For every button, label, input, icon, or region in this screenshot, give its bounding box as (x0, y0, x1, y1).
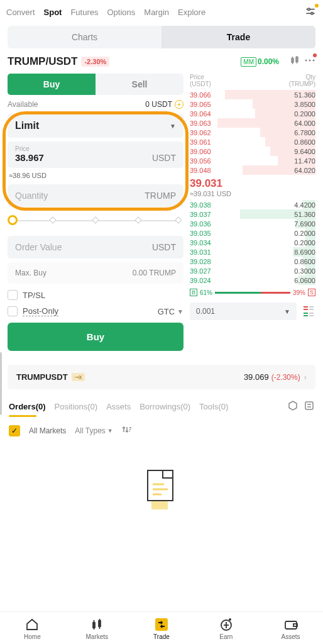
btab-positions[interactable]: Positions(0) (55, 402, 98, 411)
order-value-input[interactable]: Order Value USDT (8, 236, 183, 258)
buy-sell-toggle: Buy Sell (8, 74, 183, 95)
btab-borrowings[interactable]: Borrowings(0) (140, 402, 190, 411)
slider-knob[interactable] (8, 215, 18, 225)
nav-markets[interactable]: Markets (65, 612, 129, 644)
all-types-select[interactable]: All Types ▼ (75, 426, 112, 435)
postonly-label: Post-Only (23, 306, 58, 316)
sub-tabs: Charts Trade (8, 26, 315, 48)
topnav-convert[interactable]: Convert (6, 8, 35, 17)
nav-assets-label: Assets (282, 633, 300, 640)
ticker-symbol: TRUMPUSDT (16, 372, 68, 382)
scroll-indicator (0, 352, 2, 415)
orderbook-row[interactable]: 39.0350.2000 (190, 228, 315, 238)
candlestick-icon[interactable] (289, 55, 300, 69)
all-markets-label: All Markets (29, 426, 66, 435)
available-value: 0 USDT (145, 100, 172, 109)
btab-tools[interactable]: Tools(0) (199, 402, 228, 411)
nav-assets[interactable]: Assets (258, 612, 323, 644)
svg-rect-23 (305, 402, 313, 409)
max-buy-value: 0.00 TRUMP (133, 269, 176, 277)
more-icon[interactable] (304, 55, 315, 69)
quantity-unit: TRUMP (145, 191, 176, 201)
hex-icon[interactable] (288, 401, 298, 413)
orderbook-row[interactable]: 39.0367.6900 (190, 219, 315, 228)
ob-price-unit: (USDT) (190, 80, 211, 87)
topnav-spot[interactable]: Spot (44, 8, 62, 17)
svg-point-13 (313, 60, 315, 62)
svg-rect-15 (304, 309, 308, 310)
add-funds-icon[interactable]: + (175, 100, 183, 109)
postonly-checkbox[interactable] (8, 306, 18, 316)
ob-price-label: Price (190, 74, 211, 80)
orderbook-row[interactable]: 39.0246.0600 (190, 275, 315, 285)
orderbook-row[interactable]: 39.0626.7800 (190, 128, 315, 137)
tab-trade[interactable]: Trade (162, 26, 315, 48)
chevron-down-icon: ▼ (177, 308, 183, 315)
orderbook-row[interactable]: 39.0384.4200 (190, 200, 315, 209)
list-icon[interactable] (304, 401, 314, 413)
orderbook-row[interactable]: 39.0270.3000 (190, 266, 315, 275)
orderbook-row[interactable]: 39.06651.360 (190, 90, 315, 99)
ob-qty-label: Qty (289, 74, 315, 80)
topnav-explore[interactable]: Explore (178, 8, 205, 17)
filters-row: ✓ All Markets All Types ▼ (0, 417, 323, 444)
bottom-tabs: Orders(0) Positions(0) Assets Borrowings… (0, 394, 323, 415)
orderbook-row[interactable]: 39.0640.2000 (190, 109, 315, 118)
settings-icon[interactable] (304, 5, 317, 19)
orderbook-row[interactable]: 39.0318.6900 (190, 247, 315, 257)
topnav-margin[interactable]: Margin (144, 8, 169, 17)
btab-assets[interactable]: Assets (106, 402, 131, 411)
svg-rect-16 (304, 313, 308, 314)
nav-trade[interactable]: Trade (129, 612, 194, 644)
nav-earn[interactable]: Earn (194, 612, 258, 644)
buy-toggle[interactable]: Buy (8, 74, 96, 95)
orderbook-view-icon[interactable] (302, 304, 315, 318)
orderbook-row[interactable]: 39.0610.8600 (190, 137, 315, 147)
price-value: 38.967 (15, 152, 44, 163)
sell-ratio-badge: S (308, 289, 315, 296)
topnav-futures[interactable]: Futures (70, 8, 98, 17)
sort-icon[interactable] (122, 425, 132, 436)
svg-marker-22 (289, 401, 297, 410)
tpsl-checkbox[interactable] (8, 290, 18, 300)
quantity-input[interactable]: Quantity TRUMP (8, 184, 183, 207)
orderbook-row[interactable]: 39.0653.8500 (190, 99, 315, 109)
btab-orders[interactable]: Orders(0) (9, 402, 46, 411)
svg-point-2 (308, 8, 310, 10)
ticker-row[interactable]: TRUMPUSDT ⊸x 39.069 (-2.30%) › (8, 365, 315, 389)
orderbook-row[interactable]: 39.04864.020 (190, 165, 315, 175)
svg-point-3 (311, 13, 313, 14)
topnav-options[interactable]: Options (107, 8, 136, 17)
price-unit: USDT (152, 153, 176, 163)
svg-rect-14 (304, 306, 308, 308)
orderbook-row[interactable]: 39.06364.000 (190, 118, 315, 128)
order-type-select[interactable]: Limit ▼ (8, 114, 183, 138)
time-in-force-select[interactable]: GTC ▼ (158, 307, 183, 316)
pair-symbol[interactable]: TRUMP/USDT (8, 55, 77, 68)
precision-select[interactable]: 0.001 ▼ (190, 303, 297, 320)
pair-change-badge: -2.30% (81, 57, 109, 67)
orderbook-asks: 39.06651.36039.0653.850039.0640.200039.0… (190, 90, 315, 175)
nav-home-label: Home (24, 633, 41, 640)
available-label: Available (8, 100, 38, 109)
orderbook: Price (USDT) Qty (TRUMP) 39.06651.36039.… (190, 74, 315, 357)
ticker-price: 39.069 (244, 372, 269, 382)
buy-ratio-badge: B (190, 289, 197, 296)
orderbook-row[interactable]: 39.03751.360 (190, 209, 315, 219)
chevron-down-icon: ▼ (284, 308, 290, 315)
buy-button[interactable]: Buy (8, 323, 183, 351)
quantity-slider[interactable] (10, 216, 181, 226)
nav-home[interactable]: Home (0, 612, 65, 644)
orderbook-row[interactable]: 39.0340.2000 (190, 238, 315, 247)
orderbook-row[interactable]: 39.0609.6400 (190, 147, 315, 156)
sell-toggle[interactable]: Sell (96, 74, 183, 95)
all-markets-checkbox[interactable]: ✓ (9, 425, 20, 436)
orderbook-row[interactable]: 39.0280.8600 (190, 257, 315, 266)
tab-charts[interactable]: Charts (8, 26, 162, 48)
price-input[interactable]: Price 38.967 USDT (8, 142, 183, 168)
svg-rect-46 (285, 621, 297, 629)
chevron-down-icon: ▼ (107, 428, 113, 434)
ticker-tag: ⊸x (72, 373, 85, 381)
mid-price: 39.031 (190, 177, 315, 190)
orderbook-row[interactable]: 39.05611.470 (190, 156, 315, 165)
